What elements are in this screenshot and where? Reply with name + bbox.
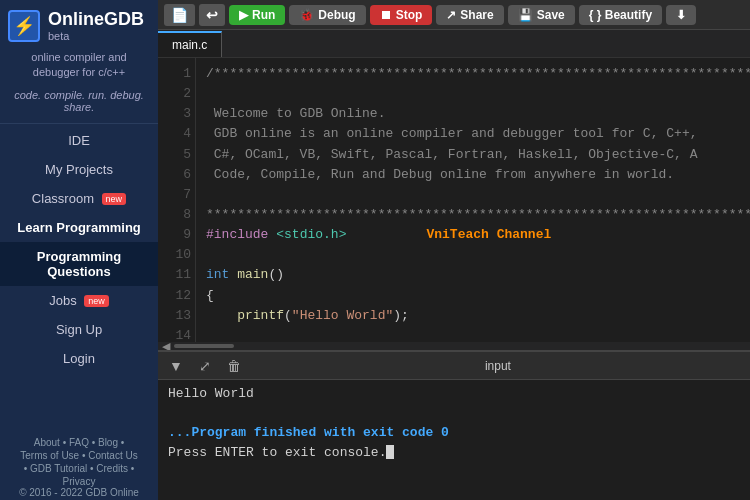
footer-links1: About • FAQ • Blog •	[6, 437, 152, 448]
line-num: 12	[162, 286, 191, 306]
share-button[interactable]: ↗ Share	[436, 5, 503, 25]
terminal-resize-icon[interactable]: ⤢	[196, 357, 214, 375]
sidebar-tagline2: code. compile. run. debug. share.	[0, 89, 158, 121]
terminal-header: ▼ ⤢ 🗑 input	[158, 352, 750, 380]
line-num: 14	[162, 326, 191, 342]
line-num: 2	[162, 84, 191, 104]
sidebar-item-questions[interactable]: Programming Questions	[0, 242, 158, 286]
sidebar-item-signup[interactable]: Sign Up	[0, 315, 158, 344]
editor: 1 2 3 4 5 6 7 8 9 10 11 12 13 14 15 16 1…	[158, 58, 750, 342]
terminal-section: ▼ ⤢ 🗑 input Hello World ...Program finis…	[158, 350, 750, 500]
scroll-thumb[interactable]	[174, 344, 234, 348]
run-label: Run	[252, 8, 275, 22]
line-num: 10	[162, 245, 191, 265]
save-icon: 💾	[518, 8, 533, 22]
line-num: 11	[162, 265, 191, 285]
jobs-badge: new	[84, 295, 109, 307]
line-num: 8	[162, 205, 191, 225]
output-line1: Hello World	[168, 386, 254, 401]
sidebar-item-login[interactable]: Login	[0, 344, 158, 373]
terminal-clear-icon[interactable]: 🗑	[224, 357, 244, 375]
terminal-label: input	[485, 359, 511, 373]
logo-title: OnlineGDB	[48, 10, 144, 30]
sidebar-item-classroom[interactable]: Classroom new	[0, 184, 158, 213]
beautify-label: { } Beautify	[589, 8, 652, 22]
sidebar-nav: IDE My Projects Classroom new Learn Prog…	[0, 126, 158, 433]
line-num: 6	[162, 165, 191, 185]
run-button[interactable]: ▶ Run	[229, 5, 285, 25]
stop-label: Stop	[396, 8, 423, 22]
sidebar-logo: ⚡ OnlineGDB beta	[0, 0, 158, 46]
footer-links3: • GDB Tutorial • Credits •	[6, 463, 152, 474]
debug-icon: 🐞	[299, 8, 314, 22]
sidebar-item-learn[interactable]: Learn Programming	[0, 213, 158, 242]
sidebar-item-jobs[interactable]: Jobs new	[0, 286, 158, 315]
logo-text: OnlineGDB beta	[48, 10, 144, 42]
line-num: 4	[162, 124, 191, 144]
download-button[interactable]: ⬇	[666, 5, 696, 25]
debug-label: Debug	[318, 8, 355, 22]
output-line3: ...Program finished with exit code 0	[168, 425, 449, 440]
save-label: Save	[537, 8, 565, 22]
logo-beta: beta	[48, 30, 144, 42]
line-numbers: 1 2 3 4 5 6 7 8 9 10 11 12 13 14 15 16 1…	[158, 58, 196, 342]
editor-scrollbar[interactable]: ◀	[158, 342, 750, 350]
toolbar: 📄 ↩ ▶ Run 🐞 Debug ⏹ Stop ↗ Share 💾 Save …	[158, 0, 750, 30]
footer-copy: © 2016 - 2022 GDB Online	[6, 487, 152, 498]
line-num: 7	[162, 185, 191, 205]
terminal-expand-icon[interactable]: ▼	[166, 357, 186, 375]
line-num: 5	[162, 145, 191, 165]
tab-bar: main.c	[158, 30, 750, 58]
line-num: 13	[162, 306, 191, 326]
share-label: Share	[460, 8, 493, 22]
line-num: 1	[162, 64, 191, 84]
terminal-output[interactable]: Hello World ...Program finished with exi…	[158, 380, 750, 500]
line-num: 9	[162, 225, 191, 245]
file-button[interactable]: 📄	[164, 4, 195, 26]
sidebar-item-myprojects[interactable]: My Projects	[0, 155, 158, 184]
code-editor[interactable]: /***************************************…	[196, 58, 750, 342]
debug-button[interactable]: 🐞 Debug	[289, 5, 365, 25]
stop-icon: ⏹	[380, 8, 392, 22]
share-icon: ↗	[446, 8, 456, 22]
line-num: 3	[162, 104, 191, 124]
beautify-button[interactable]: { } Beautify	[579, 5, 662, 25]
logo-icon: ⚡	[8, 10, 40, 42]
run-icon: ▶	[239, 8, 248, 22]
footer-links2: Terms of Use • Contact Us	[6, 450, 152, 461]
sidebar: ⚡ OnlineGDB beta online compiler and deb…	[0, 0, 158, 500]
restore-button[interactable]: ↩	[199, 4, 225, 26]
stop-button[interactable]: ⏹ Stop	[370, 5, 433, 25]
tab-main-c[interactable]: main.c	[158, 31, 222, 57]
classroom-badge: new	[102, 193, 127, 205]
highlight-label: VniTeach Channel	[426, 227, 551, 242]
main-area: 📄 ↩ ▶ Run 🐞 Debug ⏹ Stop ↗ Share 💾 Save …	[158, 0, 750, 500]
save-button[interactable]: 💾 Save	[508, 5, 575, 25]
output-line4: Press ENTER to exit console.	[168, 445, 386, 460]
sidebar-tagline: online compiler and debugger for c/c++	[0, 46, 158, 89]
sidebar-footer: About • FAQ • Blog • Terms of Use • Cont…	[0, 433, 158, 500]
sidebar-item-ide[interactable]: IDE	[0, 126, 158, 155]
cursor	[386, 445, 394, 459]
footer-privacy: Privacy	[6, 476, 152, 487]
